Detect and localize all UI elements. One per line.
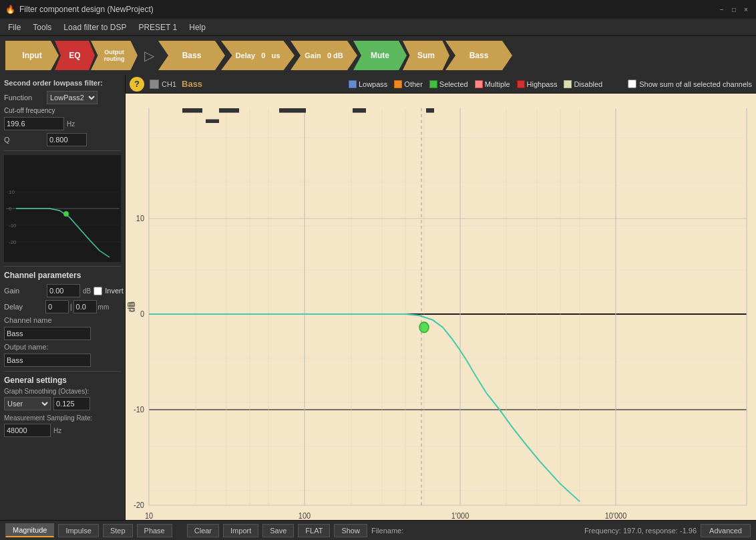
tab-impulse[interactable]: Impulse: [58, 524, 99, 537]
graph-inner[interactable]: dB: [126, 94, 756, 520]
block-eq[interactable]: EQ: [55, 41, 95, 70]
svg-rect-45: [353, 108, 366, 113]
legend-multiple-box: [517, 80, 525, 88]
q-row: Q: [4, 133, 121, 146]
delay-input1[interactable]: [45, 300, 69, 313]
block-input[interactable]: Input: [5, 41, 59, 70]
gain-unit: dB: [83, 287, 91, 295]
graph-topbar: ? CH1 Bass Lowpass Other Selected: [126, 75, 756, 94]
clear-button[interactable]: Clear: [187, 524, 219, 537]
tab-magnitude[interactable]: Magnitude: [5, 523, 54, 537]
y-tick-10: 10: [136, 215, 144, 223]
menu-load-filter[interactable]: Load filter to DSP: [58, 21, 132, 34]
block-gain[interactable]: Gain 0 dB: [291, 41, 357, 70]
legend-lowpass-box: [349, 80, 357, 88]
smoothing-select[interactable]: User None 1/3 1/6: [4, 397, 51, 410]
block-delay[interactable]: Delay 0 us: [221, 41, 295, 70]
show-button[interactable]: Show: [334, 524, 367, 537]
smoothing-value-input[interactable]: [53, 397, 90, 410]
show-sum-checkbox[interactable]: [628, 80, 636, 88]
block-mute[interactable]: Mute: [353, 41, 407, 70]
y-tick-neg10: -10: [134, 406, 144, 414]
general-settings-title: General settings: [4, 376, 121, 385]
import-button[interactable]: Import: [223, 524, 258, 537]
menu-help[interactable]: Help: [184, 21, 211, 34]
legend-highpass-box: [475, 80, 483, 88]
legend-other-box: [394, 80, 402, 88]
channel-name-label: Channel name: [4, 316, 52, 324]
block-sum[interactable]: Sum: [403, 41, 449, 70]
legend-selected-box: [429, 80, 437, 88]
function-row: Function LowPass2 HighPass2 BandPass Not…: [4, 91, 121, 104]
cutoff-row: Cut-off frequency: [4, 107, 121, 114]
cutoff-unit: Hz: [67, 120, 75, 128]
menubar: File Tools Load filter to DSP PRESET 1 H…: [0, 19, 756, 36]
svg-rect-44: [279, 108, 306, 113]
function-label: Function: [4, 94, 44, 102]
sampling-rate-unit: Hz: [53, 427, 61, 434]
legend-lowpass: Lowpass: [349, 80, 387, 88]
save-button[interactable]: Save: [262, 524, 294, 537]
sampling-rate-input[interactable]: [4, 424, 51, 437]
close-button[interactable]: ×: [741, 5, 751, 14]
x-tick-100: 100: [299, 511, 311, 520]
y-tick-0: 0: [140, 310, 144, 319]
minimize-button[interactable]: −: [717, 5, 727, 14]
legend: Lowpass Other Selected Multiple Highpass: [349, 80, 602, 88]
x-tick-1000: 1'000: [451, 511, 469, 520]
delay-input2[interactable]: [73, 300, 97, 313]
q-input[interactable]: [47, 133, 87, 146]
left-panel: Second order lowpass filter: Function Lo…: [0, 75, 126, 520]
graph-area: ? CH1 Bass Lowpass Other Selected: [126, 75, 756, 520]
show-sum-label: Show sum of all selected channels: [639, 80, 752, 88]
maximize-button[interactable]: □: [729, 5, 739, 14]
channel-name-input[interactable]: [4, 327, 91, 340]
mini-graph: 0 10 -10 -20: [6, 158, 120, 259]
block-bass1[interactable]: Bass: [158, 41, 225, 70]
ch1-label: CH1: [162, 80, 176, 88]
output-name-input[interactable]: [4, 354, 91, 367]
app-title: 🔥 Filter component design (NewProject): [5, 5, 154, 14]
gain-label: Gain: [4, 287, 44, 295]
invert-checkbox[interactable]: [93, 287, 102, 295]
tab-phase[interactable]: Phase: [137, 524, 172, 537]
menu-preset1[interactable]: PRESET 1: [133, 21, 182, 34]
legend-selected: Selected: [429, 80, 468, 88]
ch1-color-box: [150, 80, 159, 89]
svg-text:-20: -20: [9, 239, 17, 245]
legend-selected-label: Selected: [439, 80, 468, 88]
gain-input[interactable]: [47, 284, 80, 297]
menu-tools[interactable]: Tools: [27, 21, 57, 34]
q-label: Q: [4, 136, 44, 144]
curve-handle[interactable]: [419, 322, 429, 332]
legend-highpass: Multiple: [475, 80, 510, 88]
block-routing[interactable]: Outputrouting: [91, 41, 138, 70]
svg-text:0: 0: [9, 206, 12, 212]
smoothing-label: Graph Smoothing (Octaves):: [4, 388, 121, 395]
main-area: Second order lowpass filter: Function Lo…: [0, 75, 756, 520]
tab-step[interactable]: Step: [103, 524, 133, 537]
flat-button[interactable]: FLAT: [298, 524, 330, 537]
svg-rect-47: [206, 120, 219, 124]
help-button[interactable]: ?: [130, 77, 144, 92]
function-select[interactable]: LowPass2 HighPass2 BandPass Notch: [47, 91, 98, 104]
output-name-row: Output name:: [4, 343, 121, 351]
legend-other: Other: [394, 80, 423, 88]
cutoff-label: Cut-off frequency: [4, 107, 55, 114]
advanced-button[interactable]: Advanced: [701, 524, 751, 537]
svg-text:-10: -10: [9, 223, 17, 229]
legend-multiple: Highpass: [517, 80, 558, 88]
cutoff-input[interactable]: [4, 117, 64, 130]
channel-name-input-row: [4, 327, 121, 340]
cutoff-value-row: Hz: [4, 117, 121, 130]
legend-disabled: Disabled: [564, 80, 602, 88]
delay-unit: mm: [98, 303, 110, 311]
frequency-graph[interactable]: dB: [126, 94, 756, 520]
block-bass2[interactable]: Bass: [445, 41, 512, 70]
legend-disabled-label: Disabled: [574, 80, 602, 88]
svg-rect-10: [126, 94, 756, 520]
delay-label: Delay: [4, 303, 44, 311]
output-name-input-row: [4, 354, 121, 367]
app-icon: 🔥: [5, 5, 15, 14]
menu-file[interactable]: File: [3, 21, 26, 34]
